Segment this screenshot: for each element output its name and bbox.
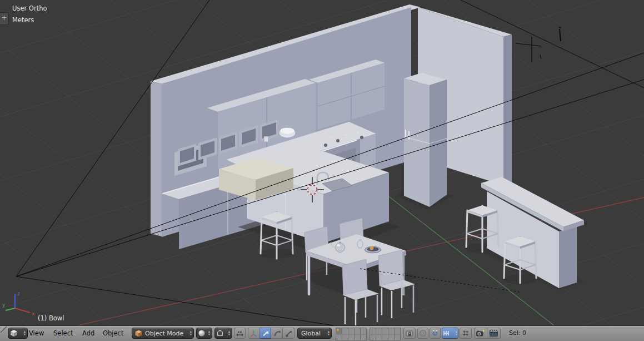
snap-toggle-button[interactable] [430, 328, 441, 339]
shading-stepper[interactable]: ▴▾ [208, 330, 211, 336]
fruit [370, 246, 373, 250]
transform-widget-toggle[interactable] [248, 328, 259, 339]
manipulate-centers-icon [236, 329, 244, 338]
selection-status: Sel: 0 [509, 328, 526, 338]
snap-magnet-icon [431, 329, 439, 337]
shading-dropdown[interactable]: ▴▾ [196, 328, 212, 339]
menu-view[interactable]: View [27, 328, 46, 338]
orientation-dropdown[interactable]: Global ▴▾ [297, 328, 332, 339]
editor-type-dropdown[interactable]: ▴▾ [8, 328, 28, 339]
snap-element-stepper[interactable]: ▴▾ [456, 330, 458, 336]
gizmo-y-label: y [2, 302, 6, 308]
shading-sphere-icon [198, 329, 206, 337]
absolute-grid-snap-button[interactable] [460, 328, 472, 339]
layers-group-2[interactable] [370, 328, 400, 340]
viewport-3d[interactable]: x y z User Ortho Meters (1) Bowl [0, 0, 644, 325]
orientation-dropdown-label: Global [299, 330, 328, 337]
editor-3dview-cube-icon [9, 329, 18, 338]
scale-widget-button[interactable] [283, 328, 294, 339]
render-camera-icon [476, 329, 486, 338]
orientation-stepper[interactable]: ▴▾ [328, 330, 330, 336]
layer-15[interactable] [360, 334, 367, 340]
region-expand-tab[interactable]: + [0, 12, 9, 25]
gizmo-x-label: x [32, 311, 35, 317]
shelf-cup[interactable] [264, 136, 268, 142]
mode-cube-icon [134, 329, 143, 338]
pivot-stepper[interactable]: ▴▾ [228, 330, 231, 336]
snap-increment-icon [442, 329, 450, 337]
scale-arrow-icon [284, 329, 293, 338]
menu-add[interactable]: Add [80, 328, 97, 338]
layer-20[interactable] [394, 334, 401, 340]
rotate-arc-icon [273, 329, 281, 338]
menu-select[interactable]: Select [51, 328, 75, 338]
scene-lock-icon [405, 329, 414, 338]
opengl-render-animation-button[interactable] [487, 328, 501, 339]
view-name-label: User Ortho [12, 4, 47, 12]
opengl-render-image-button[interactable] [474, 328, 487, 339]
proportional-edit-circle-icon [419, 329, 427, 337]
unit-label: Meters [12, 16, 34, 24]
blender-window: x y z User Ortho Meters (1) Bowl + ▴▾ Vi… [0, 0, 644, 341]
fridge[interactable] [404, 73, 447, 207]
transform-tripod-icon [249, 329, 258, 338]
translate-arrow-icon [261, 329, 269, 338]
render-clapperboard-icon [489, 329, 498, 338]
absolute-grid-snap-icon [462, 329, 470, 337]
translate-widget-button[interactable] [259, 328, 271, 339]
manipulate-centers-toggle[interactable] [234, 328, 246, 339]
rotate-widget-button[interactable] [271, 328, 283, 339]
lock-to-scene-button[interactable] [403, 328, 416, 339]
layers-group-1[interactable] [336, 328, 366, 340]
editor-type-stepper[interactable]: ▴▾ [24, 330, 26, 336]
pivot-dropdown[interactable]: ▴▾ [214, 328, 232, 339]
pivot-center-icon [216, 329, 224, 337]
mode-dropdown[interactable]: Object Mode ▴▾ [132, 328, 194, 339]
snap-element-dropdown[interactable]: ▴▾ [442, 328, 458, 339]
menu-object[interactable]: Object [101, 328, 126, 338]
active-object-label: (1) Bowl [38, 314, 64, 322]
corner-resize-grip[interactable] [0, 326, 8, 341]
gizmo-z-label: z [17, 291, 20, 296]
shelf-bowl[interactable] [279, 128, 296, 139]
proportional-edit-button[interactable] [417, 328, 428, 339]
mode-dropdown-stepper[interactable]: ▴▾ [190, 330, 192, 336]
mode-dropdown-label: Object Mode [143, 330, 190, 337]
